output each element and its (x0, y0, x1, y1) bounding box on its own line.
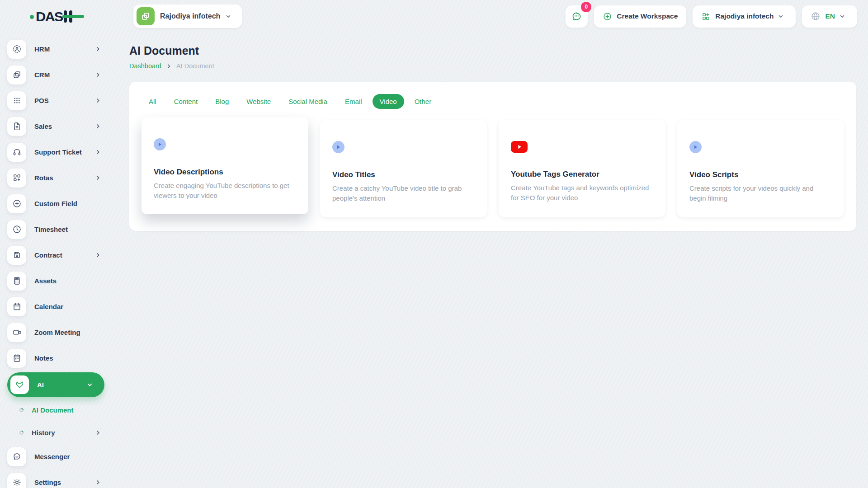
card-video-titles[interactable]: Video Titles Create a catchy YouTube vid… (320, 120, 487, 217)
tab-social-media[interactable]: Social Media (281, 94, 335, 109)
language-code: EN (825, 12, 835, 20)
tab-email[interactable]: Email (338, 94, 369, 109)
calendar-icon (7, 297, 26, 316)
chevron-down-icon (778, 14, 787, 19)
sidebar-subitem-ai-document[interactable]: AI Document (7, 399, 104, 421)
logo-text: DAS (36, 9, 62, 23)
sidebar-item-settings[interactable]: Settings (7, 469, 104, 488)
messages-button[interactable]: 0 (566, 5, 588, 28)
sidebar-item-label: Zoom Meeting (34, 328, 104, 336)
sidebar-subitem-label: AI Document (32, 406, 104, 414)
workspace-selector[interactable]: Rajodiya infotech (133, 5, 242, 28)
notes-icon (7, 349, 26, 368)
workspace-logo (137, 7, 155, 25)
chevron-right-icon (95, 430, 104, 436)
tab-website[interactable]: Website (239, 94, 278, 109)
sidebar-item-label: Contract (34, 251, 95, 259)
sidebar-item-label: AI (37, 381, 87, 389)
sidebar-item-support-ticket[interactable]: Support Ticket (7, 139, 104, 165)
sidebar-item-label: Rotas (34, 174, 95, 182)
card-title: Video Titles (332, 170, 475, 179)
sidebar-item-sales[interactable]: Sales (7, 113, 104, 139)
ai-document-panel: All Content Blog Website Social Media Em… (129, 82, 856, 231)
create-workspace-button[interactable]: Create Workspace (594, 5, 686, 28)
sales-icon (7, 117, 26, 136)
crm-icon (7, 66, 26, 84)
play-circle-icon (689, 141, 702, 153)
rotas-icon (7, 169, 26, 188)
sidebar-item-label: POS (34, 97, 95, 104)
template-card-grid: Video Descriptions Create engaging YouTu… (142, 120, 844, 217)
sidebar-item-hrm[interactable]: HRM (7, 36, 104, 62)
chat-icon (571, 11, 582, 22)
tab-video[interactable]: Video (373, 94, 404, 109)
support-ticket-icon (7, 143, 26, 162)
tab-blog[interactable]: Blog (208, 94, 236, 109)
card-video-descriptions[interactable]: Video Descriptions Create engaging YouTu… (142, 117, 308, 214)
sidebar-item-label: Calendar (34, 303, 104, 310)
breadcrumb-separator-icon (166, 64, 171, 69)
card-description: Create a catchy YouTube video title to g… (332, 183, 475, 203)
chevron-right-icon (95, 479, 104, 485)
tab-other[interactable]: Other (407, 94, 439, 109)
card-description: Create engaging YouTube descriptions to … (154, 181, 296, 201)
chevron-right-icon (95, 98, 104, 103)
globe-icon (811, 11, 821, 21)
top-right-actions: 0 Create Workspace Rajodiya infotech EN (566, 5, 857, 28)
logo-h-glyph (64, 10, 85, 23)
chevron-right-icon (95, 252, 104, 258)
sidebar-item-pos[interactable]: POS (7, 88, 104, 113)
sidebar-item-label: Settings (34, 479, 95, 486)
bullet-ring-icon (19, 430, 24, 436)
card-description: Create YouTube tags and keywords optimiz… (511, 183, 653, 203)
sidebar-item-label: Timesheet (34, 225, 104, 233)
chevron-down-icon (226, 14, 235, 19)
sidebar-item-rotas[interactable]: Rotas (7, 165, 104, 191)
category-tabs: All Content Blog Website Social Media Em… (142, 94, 844, 109)
sidebar-item-label: Sales (34, 122, 95, 130)
breadcrumb: Dashboard AI Document (129, 62, 856, 70)
breadcrumb-current: AI Document (176, 62, 214, 70)
sidebar-subitem-history[interactable]: History (7, 421, 104, 444)
app-logo[interactable]: DAS (0, 9, 111, 23)
sidebar-item-assets[interactable]: Assets (7, 268, 104, 294)
sidebar-item-zoom-meeting[interactable]: Zoom Meeting (7, 319, 104, 345)
sidebar: HRM CRM POS (0, 33, 111, 488)
chevron-right-icon (95, 149, 104, 155)
sidebar-item-label: HRM (34, 45, 95, 53)
sidebar-item-ai[interactable]: AI (7, 372, 104, 397)
sidebar-item-label: Notes (34, 354, 104, 362)
sidebar-item-calendar[interactable]: Calendar (7, 294, 104, 319)
logo-dot (30, 15, 34, 19)
sidebar-item-label: Support Ticket (34, 148, 95, 156)
custom-field-icon (7, 194, 26, 213)
sidebar-item-timesheet[interactable]: Timesheet (7, 216, 104, 242)
card-video-scripts[interactable]: Video Scripts Create scripts for your vi… (677, 120, 844, 217)
assets-icon (7, 272, 26, 291)
create-workspace-label: Create Workspace (617, 12, 678, 20)
card-youtube-tags-generator[interactable]: Youtube Tags Generator Create YouTube ta… (499, 120, 665, 217)
top-bar: DAS Rajodiya infotech 0 Create Workspace (0, 0, 868, 33)
tab-all[interactable]: All (142, 94, 164, 109)
sidebar-item-label: CRM (34, 71, 95, 79)
messenger-icon (7, 447, 26, 466)
workspace-grid-icon (701, 12, 711, 21)
sidebar-item-label: Assets (34, 277, 104, 285)
sidebar-item-notes[interactable]: Notes (7, 345, 104, 371)
language-selector[interactable]: EN (802, 5, 857, 28)
workspace-name: Rajodiya infotech (160, 12, 220, 20)
sidebar-item-messenger[interactable]: Messenger (7, 444, 104, 469)
ai-icon (10, 375, 29, 394)
sidebar-item-label: Messenger (34, 453, 104, 460)
messages-count-badge: 0 (581, 2, 591, 12)
play-circle-icon (154, 138, 166, 150)
card-title: Youtube Tags Generator (511, 170, 653, 179)
sidebar-item-contract[interactable]: Contract (7, 242, 104, 268)
contract-icon (7, 246, 26, 265)
account-selector[interactable]: Rajodiya infotech (693, 5, 796, 28)
tab-content[interactable]: Content (167, 94, 205, 109)
breadcrumb-dashboard-link[interactable]: Dashboard (129, 62, 161, 70)
sidebar-item-crm[interactable]: CRM (7, 62, 104, 88)
sidebar-item-custom-field[interactable]: Custom Field (7, 191, 104, 216)
bullet-ring-icon (19, 407, 24, 413)
